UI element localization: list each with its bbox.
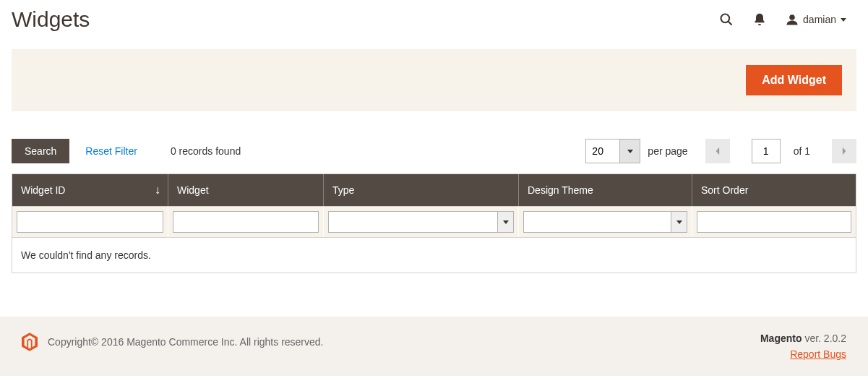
footer: Copyright© 2016 Magento Commerce Inc. Al… (0, 317, 868, 376)
search-icon[interactable] (719, 12, 734, 27)
action-bar: Add Widget (12, 49, 856, 111)
records-found: 0 records found (171, 145, 241, 157)
perpage-selector[interactable] (585, 139, 640, 163)
perpage-dropdown[interactable] (619, 140, 640, 163)
column-header-theme[interactable]: Design Theme (518, 174, 692, 206)
search-button[interactable]: Search (12, 139, 69, 163)
chevron-left-icon (714, 146, 721, 156)
user-icon (786, 13, 799, 26)
widgets-table: Widget ID ↓ Widget Type Design Theme Sor… (12, 173, 856, 273)
pager-prev-button[interactable] (705, 139, 730, 163)
filter-type-select[interactable] (328, 211, 514, 233)
reset-filter-link[interactable]: Reset Filter (85, 145, 137, 157)
caret-down-icon (627, 150, 633, 153)
svg-point-0 (721, 14, 730, 23)
of-pages-label: of 1 (794, 145, 810, 157)
svg-point-2 (789, 14, 795, 20)
table-filter-row (12, 206, 856, 238)
user-menu[interactable]: damian (786, 13, 846, 26)
column-header-order[interactable]: Sort Order (692, 174, 856, 206)
version-text: Magento ver. 2.0.2 (760, 333, 846, 344)
add-widget-button[interactable]: Add Widget (746, 65, 842, 95)
filter-id-input[interactable] (17, 211, 163, 233)
filter-order-input[interactable] (697, 211, 851, 233)
table-header: Widget ID ↓ Widget Type Design Theme Sor… (12, 174, 856, 206)
column-header-type[interactable]: Type (323, 174, 518, 206)
pager-next-button[interactable] (832, 139, 856, 163)
perpage-input[interactable] (586, 140, 619, 163)
report-bugs-link[interactable]: Report Bugs (760, 348, 846, 360)
filter-theme-select[interactable] (523, 211, 687, 233)
chevron-right-icon (841, 146, 848, 156)
caret-down-icon (676, 220, 682, 224)
page-title: Widgets (12, 7, 90, 32)
filter-widget-input[interactable] (173, 211, 319, 233)
caret-down-icon (841, 18, 846, 22)
column-header-label: Widget ID (21, 184, 65, 196)
column-header-widget[interactable]: Widget (168, 174, 323, 206)
column-header-id[interactable]: Widget ID ↓ (12, 174, 168, 206)
magento-logo-icon (22, 333, 38, 351)
user-name: damian (803, 14, 836, 25)
topbar-actions: damian (719, 12, 846, 27)
notifications-icon[interactable] (752, 12, 767, 27)
sort-descending-icon: ↓ (155, 184, 160, 197)
page-number-input[interactable] (752, 139, 781, 163)
caret-down-icon (503, 220, 509, 224)
svg-line-1 (729, 22, 732, 25)
table-empty-message: We couldn't find any records. (12, 238, 856, 273)
perpage-label: per page (648, 145, 687, 157)
copyright-text: Copyright© 2016 Magento Commerce Inc. Al… (48, 336, 324, 348)
